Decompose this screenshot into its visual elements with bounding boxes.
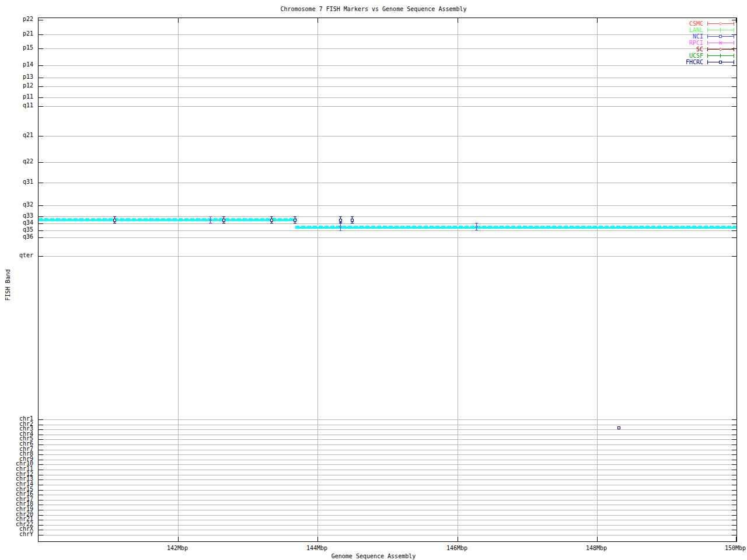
y-tick-right: [732, 444, 736, 445]
y-tick-left: [39, 216, 43, 217]
y-band-label: qter: [0, 253, 33, 258]
legend-entry: CSMC: [689, 21, 734, 26]
plot-area: CSMCLANLNCIRPCISCUCSFFHCRC: [38, 18, 737, 542]
gridline-horizontal: [39, 464, 736, 465]
data-point-nci: [476, 226, 477, 228]
gridline-horizontal: [39, 500, 736, 501]
gridline-horizontal: [39, 86, 736, 87]
x-tick-bottom: [597, 537, 598, 541]
y-tick-right: [732, 510, 736, 510]
legend-sample: [707, 40, 734, 46]
y-tick-left: [39, 485, 43, 485]
gridline-vertical: [597, 18, 598, 541]
y-tick-right: [732, 460, 736, 460]
y-band-label: q11: [0, 103, 33, 108]
y-tick-right: [732, 439, 736, 440]
x-tick-top: [458, 18, 458, 23]
legend-entry: SC: [696, 47, 734, 52]
y-tick-right: [732, 454, 736, 455]
x-tick-bottom: [317, 537, 318, 541]
legend-marker-square: [718, 60, 722, 64]
y-tick-right: [732, 223, 736, 224]
gridline-vertical: [458, 18, 458, 541]
legend-label: LANL: [689, 27, 703, 33]
y-tick-right: [732, 86, 736, 87]
y-tick-left: [39, 535, 43, 536]
y-tick-right: [732, 490, 736, 491]
gridline-horizontal: [39, 223, 736, 224]
y-tick-right: [732, 485, 736, 485]
y-tick-left: [39, 460, 43, 460]
y-tick-right: [732, 435, 736, 435]
y-band-label: p21: [0, 31, 33, 37]
gridline-horizontal: [39, 97, 736, 98]
fish-marker-chart: Chromosome 7 FISH Markers vs Genome Sequ…: [0, 0, 747, 560]
legend-sample: [707, 47, 734, 52]
gridline-horizontal: [39, 419, 736, 420]
data-point-fhcrc: [222, 219, 225, 222]
x-tick-top: [317, 18, 318, 23]
gridline-horizontal: [39, 510, 736, 510]
y-tick-left: [39, 520, 43, 520]
y-tick-left: [39, 223, 43, 224]
gridline-horizontal: [39, 490, 736, 491]
y-tick-right: [732, 419, 736, 420]
gridline-horizontal: [39, 435, 736, 435]
y-band-label: q36: [0, 234, 33, 240]
legend-sample: [707, 27, 734, 33]
gridline-horizontal: [39, 495, 736, 495]
y-tick-left: [39, 97, 43, 98]
chart-title: Chromosome 7 FISH Markers vs Genome Sequ…: [0, 6, 747, 12]
legend-label: UCSF: [689, 53, 703, 58]
x-axis-label: Genome Sequence Assembly: [0, 553, 747, 559]
gridline-horizontal: [39, 34, 736, 35]
y-tick-right: [732, 78, 736, 78]
y-tick-left: [39, 106, 43, 107]
gridline-horizontal: [39, 439, 736, 440]
y-band-label: p12: [0, 83, 33, 89]
y-tick-left: [39, 515, 43, 516]
y-band-label: p11: [0, 94, 33, 100]
y-tick-right: [732, 216, 736, 217]
y-tick-right: [732, 530, 736, 530]
gridline-vertical: [317, 18, 318, 541]
gridline-vertical: [178, 18, 179, 541]
data-point-fhcrc: [339, 219, 342, 222]
y-tick-left: [39, 20, 43, 20]
gridline-horizontal: [39, 425, 736, 425]
y-tick-left: [39, 464, 43, 465]
legend-sample: [707, 53, 734, 58]
y-tick-left: [39, 162, 43, 163]
y-band-label: q32: [0, 202, 33, 208]
y-tick-right: [732, 464, 736, 465]
gridline-horizontal: [39, 470, 736, 470]
y-band-label: chrY: [0, 531, 33, 537]
y-band-label: q33: [0, 213, 33, 219]
y-tick-right: [732, 205, 736, 206]
y-tick-right: [732, 97, 736, 98]
gridline-horizontal: [39, 480, 736, 480]
gridline-horizontal: [39, 444, 736, 445]
y-tick-left: [39, 34, 43, 35]
y-tick-left: [39, 419, 43, 420]
y-tick-left: [39, 530, 43, 530]
y-tick-left: [39, 480, 43, 480]
y-band-label: p13: [0, 74, 33, 80]
data-point-fhcrc: [617, 426, 620, 429]
data-point-fhcrc: [351, 219, 354, 222]
x-tick-label: 146Mbp: [436, 545, 478, 551]
x-tick-label: 150Mbp: [714, 545, 747, 551]
data-point-fhcrc: [113, 219, 116, 222]
gridline-horizontal: [39, 106, 736, 107]
legend-label: CSMC: [689, 21, 703, 26]
y-tick-right: [732, 495, 736, 495]
gridline-horizontal: [39, 65, 736, 66]
legend-marker-plus: [718, 28, 722, 32]
gridline-horizontal: [39, 162, 736, 163]
legend-entry: UCSF: [689, 53, 734, 58]
y-tick-left: [39, 48, 43, 49]
legend-sample: [707, 34, 734, 39]
legend-sample: [707, 21, 734, 26]
y-tick-right: [732, 470, 736, 470]
gridline-horizontal: [39, 530, 736, 530]
